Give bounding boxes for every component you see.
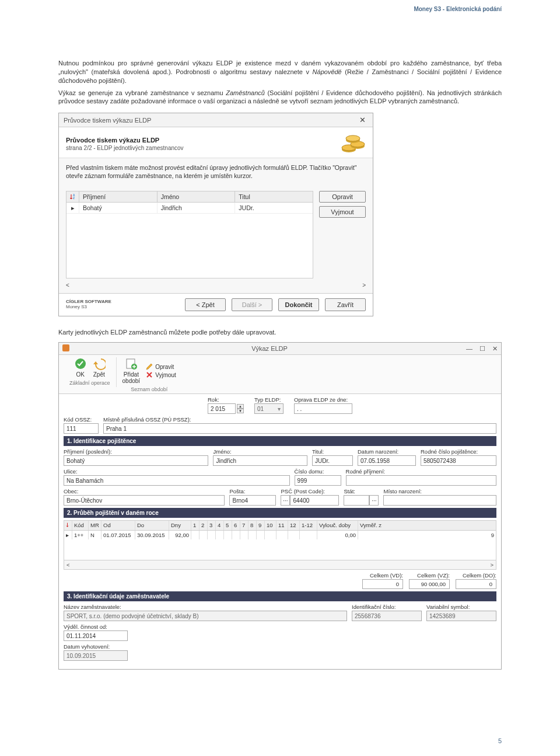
col-dny[interactable]: Dny <box>169 521 191 530</box>
col-m[interactable]: 7 <box>240 521 249 530</box>
col-m[interactable]: 10 <box>265 521 276 530</box>
obec-field[interactable]: Brno-Útěchov <box>64 495 225 506</box>
caption-2: Karty jednotlivých ELDP zaměstnanců může… <box>58 328 502 337</box>
minimize-icon[interactable]: — <box>466 345 473 353</box>
oprava-field[interactable]: . . <box>294 403 352 414</box>
close-icon[interactable]: ✕ <box>357 116 368 124</box>
cell: N <box>89 531 102 539</box>
titul-field[interactable]: JUDr. <box>312 455 353 466</box>
cislo-label: Číslo domu: <box>295 468 341 475</box>
col-jmeno[interactable]: Jméno <box>158 191 236 202</box>
col-m[interactable]: 3 <box>208 521 216 530</box>
edit-button[interactable]: Opravit <box>319 191 366 203</box>
page-number: 5 <box>498 737 502 744</box>
posta-label: Pošta: <box>229 488 276 494</box>
col-od[interactable]: Od <box>102 521 135 530</box>
prisl-ossz-field[interactable]: Praha 1 <box>103 423 496 434</box>
col-vymer[interactable]: Vyměř. z <box>358 521 496 530</box>
eldp-title: Výkaz ELDP <box>73 345 466 352</box>
total-vd-value: 0 <box>362 579 403 589</box>
rok-field[interactable]: 2 015 <box>208 403 236 414</box>
col-m[interactable]: 2 <box>200 521 208 530</box>
jmeno-field[interactable]: Jindřich <box>213 455 307 466</box>
kod-ossz-field[interactable]: 111 <box>64 423 99 434</box>
table-row[interactable]: ▸ 1++ N 01.07.2015 30.09.2015 92,00 0,00… <box>64 531 496 539</box>
col-titul[interactable]: Titul <box>235 191 313 202</box>
wizard-subtitle: strana 2/2 - ELDP jednotlivých zamestnan… <box>66 145 184 151</box>
ulice-field[interactable]: Na Bahamách <box>64 475 290 486</box>
vs-label: Variabilní symbol: <box>426 604 496 610</box>
cinnost-field[interactable]: 01.11.2014 <box>64 630 128 641</box>
remove-button[interactable]: Vyjmout <box>319 206 366 218</box>
misto-field[interactable] <box>383 495 496 506</box>
maximize-icon[interactable]: ☐ <box>480 345 485 353</box>
spin-up-icon[interactable]: ▲ <box>237 404 244 409</box>
close-button[interactable]: Zavřít <box>325 298 366 311</box>
nazev-label: Název zaměstnavatele: <box>64 604 347 610</box>
col-m[interactable]: 6 <box>232 521 240 530</box>
col-m[interactable]: 4 <box>216 521 224 530</box>
remove-button[interactable]: Vyjmout <box>146 371 176 378</box>
close-icon[interactable]: ✕ <box>492 345 498 353</box>
cell: 1++ <box>72 531 89 539</box>
prisl-ossz-label: Místně příslušná OSSZ (PÚ PSSZ): <box>103 416 496 423</box>
ribbon-group-label: Seznam období <box>131 386 167 392</box>
prijmeni-field[interactable]: Bohatý <box>64 455 208 466</box>
col-m[interactable]: 1-12 <box>300 521 317 530</box>
finish-button[interactable]: Dokončit <box>278 298 319 311</box>
scroll-left-icon[interactable]: < <box>66 562 70 568</box>
scroll-right-icon[interactable]: > <box>362 282 366 288</box>
col-vylouc[interactable]: Vylouč. doby <box>317 521 358 530</box>
kod-ossz-label: Kód OSSZ: <box>64 416 99 423</box>
col-m[interactable]: 11 <box>276 521 288 530</box>
col-do[interactable]: Do <box>135 521 169 530</box>
psc-lookup-button[interactable]: ··· <box>281 495 290 506</box>
back-button[interactable]: Zpět <box>93 357 106 378</box>
col-m[interactable]: 5 <box>224 521 232 530</box>
scroll-right-icon[interactable]: > <box>490 562 494 568</box>
rc-field[interactable]: 5805072438 <box>421 455 496 466</box>
row-marker-icon: ▸ <box>66 203 79 213</box>
oprava-label: Oprava ELDP ze dne: <box>294 396 352 403</box>
ok-button[interactable]: OK <box>74 357 87 378</box>
period-table[interactable]: Kód MR Od Do Dny 1 2 3 4 5 6 7 8 9 <box>64 520 496 570</box>
cinnost-label: Výděl. činnost od: <box>64 623 128 630</box>
stat-field[interactable] <box>344 495 369 506</box>
stat-lookup-button[interactable]: ··· <box>369 495 379 506</box>
cell: 30.09.2015 <box>135 531 169 539</box>
wizard-intro: Před vlastním tiskem máte možnost provés… <box>59 158 373 186</box>
col-m[interactable]: 1 <box>191 521 200 530</box>
sort-icon[interactable]: AZ <box>66 191 79 202</box>
paragraph-1: Nutnou podmínkou pro správné generování … <box>58 59 502 85</box>
back-button[interactable]: < Zpět <box>185 298 226 311</box>
add-period-button[interactable]: Přidat období <box>123 357 141 384</box>
table-row[interactable]: ▸ Bohatý Jindřich JUDr. <box>66 203 313 214</box>
spin-down-icon[interactable]: ▼ <box>237 409 244 413</box>
wizard-grid[interactable]: AZ Příjmení Jméno Titul ▸ Bohatý Jindřic… <box>66 191 313 278</box>
rodne-field[interactable] <box>346 475 496 486</box>
jmeno-label: Jméno: <box>213 448 307 455</box>
cislo-field[interactable]: 999 <box>295 475 341 486</box>
col-m[interactable]: 8 <box>249 521 257 530</box>
col-prijmeni[interactable]: Příjmení <box>79 191 158 202</box>
typ-field[interactable]: 01▾ <box>254 403 284 414</box>
total-do-label: Celkem (DO): <box>463 572 496 579</box>
scroll-left-icon[interactable]: < <box>66 282 69 288</box>
col-kod[interactable]: Kód <box>72 521 89 530</box>
col-mr[interactable]: MR <box>89 521 102 530</box>
cell: 9 <box>358 531 496 539</box>
psc-field[interactable]: 64400 <box>290 495 339 506</box>
ribbon-group-label: Základní operace <box>69 380 110 386</box>
row-marker-icon: ▸ <box>64 531 72 539</box>
sort-icon[interactable] <box>64 521 72 530</box>
col-m[interactable]: 9 <box>257 521 265 530</box>
edit-button[interactable]: Opravit <box>146 363 176 370</box>
ribbon: OK Zpět Základní operace Přidat období <box>59 355 501 394</box>
col-m[interactable]: 12 <box>288 521 300 530</box>
rok-label: Rok: <box>208 396 244 403</box>
paragraph-2: Výkaz se generuje za vybrané zaměstnance… <box>58 89 502 106</box>
wizard-window: Průvodce tiskem výkazu ELDP ✕ Průvodce t… <box>58 113 373 316</box>
narozeni-field[interactable]: 07.05.1958 <box>358 455 416 466</box>
posta-field[interactable]: Brno4 <box>229 495 276 506</box>
next-button: Další > <box>232 298 272 311</box>
